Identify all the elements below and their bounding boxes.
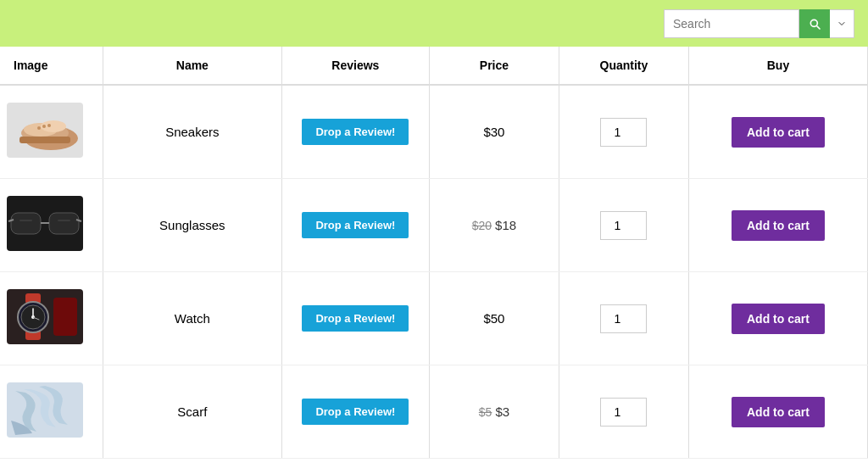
sunglasses-image	[7, 196, 83, 251]
col-header-buy: Buy	[688, 47, 867, 85]
qty-input-sneakers[interactable]	[600, 118, 647, 147]
table-row: SneakersDrop a Review!$30Add to cart	[0, 85, 868, 179]
product-image-cell-scarf	[0, 365, 103, 459]
products-table: Image Name Reviews Price Quantity Buy Sn…	[0, 47, 868, 459]
product-buy-cell-sneakers: Add to cart	[688, 85, 867, 179]
qty-input-scarf[interactable]	[600, 398, 647, 427]
svg-rect-10	[11, 213, 41, 234]
product-name-sneakers: Sneakers	[103, 85, 281, 179]
svg-rect-11	[49, 213, 79, 234]
qty-input-sunglasses[interactable]	[600, 211, 647, 240]
product-name-scarf: Scarf	[103, 365, 281, 459]
svg-rect-16	[58, 220, 70, 221]
scarf-image	[7, 382, 83, 438]
product-image-cell-sunglasses	[0, 179, 103, 272]
search-container	[664, 9, 854, 38]
table-row: ScarfDrop a Review!$5$3Add to cart	[0, 365, 868, 459]
product-qty-cell-sunglasses	[559, 179, 688, 272]
dropdown-button[interactable]	[830, 9, 854, 38]
search-icon	[808, 17, 821, 31]
product-review-cell-sneakers: Drop a Review!	[281, 85, 429, 179]
watch-image	[7, 289, 83, 344]
svg-rect-25	[53, 298, 77, 336]
shoe-image	[7, 103, 83, 158]
product-price-cell-sneakers: $30	[429, 85, 559, 179]
add-to-cart-button-sunglasses[interactable]: Add to cart	[732, 210, 825, 241]
price-normal: $30	[483, 125, 504, 139]
product-qty-cell-scarf	[559, 365, 688, 459]
svg-point-8	[47, 124, 51, 127]
product-name-watch: Watch	[103, 272, 281, 365]
col-header-image: Image	[0, 47, 103, 85]
product-buy-cell-scarf: Add to cart	[688, 365, 867, 459]
product-buy-cell-sunglasses: Add to cart	[688, 179, 867, 272]
review-button-scarf[interactable]: Drop a Review!	[302, 399, 409, 425]
price-new: $3	[495, 404, 509, 419]
table-row: WatchDrop a Review!$50Add to cart	[0, 272, 868, 365]
product-price-cell-scarf: $5$3	[429, 365, 559, 459]
table-header-row: Image Name Reviews Price Quantity Buy	[0, 47, 868, 85]
product-image-cell-sneakers	[0, 85, 103, 179]
product-qty-cell-watch	[559, 272, 688, 365]
col-header-qty: Quantity	[559, 47, 688, 85]
col-header-reviews: Reviews	[281, 47, 429, 85]
product-image-cell-watch	[0, 272, 103, 365]
add-to-cart-button-scarf[interactable]: Add to cart	[732, 397, 825, 427]
product-review-cell-scarf: Drop a Review!	[281, 365, 429, 459]
product-price-cell-watch: $50	[429, 272, 559, 365]
col-header-name: Name	[103, 47, 281, 85]
review-button-sunglasses[interactable]: Drop a Review!	[302, 212, 409, 238]
svg-point-7	[42, 125, 46, 128]
review-button-watch[interactable]: Drop a Review!	[302, 305, 409, 332]
product-review-cell-sunglasses: Drop a Review!	[281, 179, 429, 272]
svg-point-6	[37, 126, 41, 130]
search-button[interactable]	[799, 9, 830, 38]
col-header-price: Price	[429, 47, 559, 85]
price-old: $5	[479, 405, 492, 419]
svg-rect-4	[19, 137, 70, 143]
svg-rect-15	[19, 220, 32, 221]
price-old: $20	[472, 219, 492, 232]
add-to-cart-button-watch[interactable]: Add to cart	[732, 304, 825, 334]
product-buy-cell-watch: Add to cart	[688, 272, 867, 365]
product-name-sunglasses: Sunglasses	[103, 179, 281, 272]
add-to-cart-button-sneakers[interactable]: Add to cart	[732, 117, 825, 148]
product-qty-cell-sneakers	[559, 85, 688, 179]
qty-input-watch[interactable]	[600, 304, 647, 333]
table-row: SunglassesDrop a Review!$20$18Add to car…	[0, 179, 868, 272]
price-new: $18	[495, 218, 516, 232]
price-normal: $50	[483, 311, 504, 326]
product-price-cell-sunglasses: $20$18	[429, 179, 559, 272]
review-button-sneakers[interactable]: Drop a Review!	[302, 119, 409, 145]
chevron-down-icon	[837, 19, 847, 29]
header	[0, 0, 868, 47]
product-review-cell-watch: Drop a Review!	[281, 272, 429, 365]
search-input[interactable]	[664, 9, 799, 38]
